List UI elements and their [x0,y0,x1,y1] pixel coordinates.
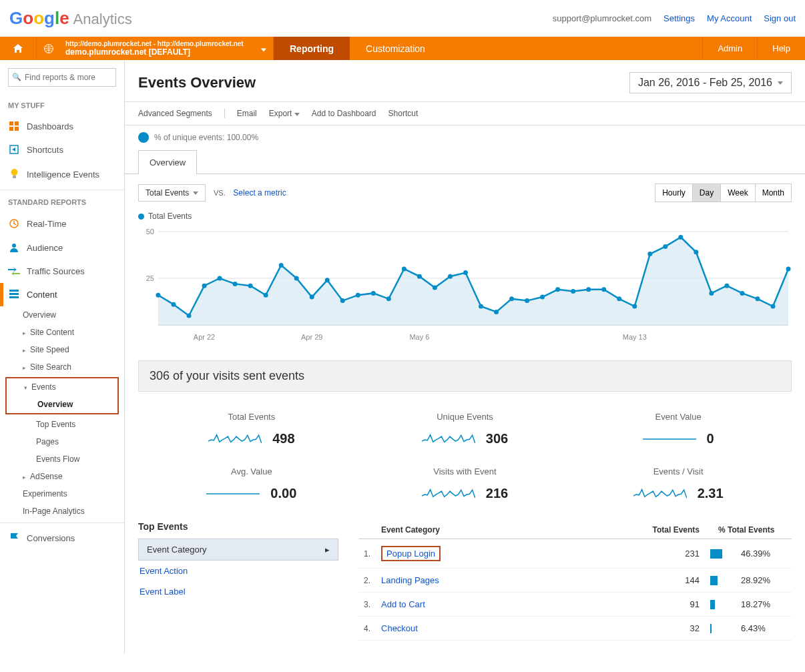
sidebar-item-intelligence[interactable]: Intelligence Events [0,161,124,187]
sidebar-item-audience[interactable]: Audience [0,236,124,260]
event-category-link[interactable]: Popup Login [386,549,435,559]
property-selector[interactable]: http://demo.plumrocket.net - http://demo… [60,37,274,60]
svg-point-53 [694,250,698,254]
sidebar-item-label: Conversions [27,533,75,543]
sidebar-sub-experiments[interactable]: Experiments [0,485,124,502]
sidebar-sub-site-speed[interactable]: Site Speed [0,341,124,358]
svg-point-22 [218,276,222,281]
metric-label: Total Events [152,412,352,422]
sidebar-sub-site-search[interactable]: Site Search [0,358,124,376]
nav-tab-customization[interactable]: Customization [350,37,441,60]
event-category-link[interactable]: Landing Pages [381,575,439,585]
svg-point-46 [586,287,591,292]
date-range-picker[interactable]: Jan 26, 2016 - Feb 25, 2016 [629,72,792,93]
tab-bar: Overview [125,149,805,174]
svg-text:Apr 22: Apr 22 [194,333,215,341]
svg-point-6 [11,169,17,176]
metric-label: Visits with Event [365,466,565,476]
settings-link[interactable]: Settings [663,13,695,23]
nav-home-button[interactable] [0,37,37,60]
bulb-icon [8,168,20,180]
pct-bar [710,624,736,633]
metric-value: 0 [707,431,714,446]
svg-point-42 [525,298,529,303]
metric-cell: Visits with Event 216 [365,466,565,501]
toolbar-add-dashboard[interactable]: Add to Dashboard [312,109,376,118]
sidebar-sub2-top-events[interactable]: Top Events [0,416,124,433]
sidebar-sub2-events-flow[interactable]: Events Flow [0,450,124,468]
dim-link-event-action[interactable]: Event Action [138,561,338,581]
toolbar-export[interactable]: Export [269,109,300,118]
nav-tab-reporting[interactable]: Reporting [274,37,350,60]
sidebar-sub-adsense[interactable]: AdSense [0,468,124,485]
tab-overview[interactable]: Overview [138,150,197,174]
svg-point-49 [632,304,637,309]
row-pct: 18.27% [741,599,770,609]
sidebar-item-conversions[interactable]: Conversions [0,526,124,550]
sidebar-sub-inpage[interactable]: In-Page Analytics [0,502,124,520]
metric-label: Events / Visit [578,466,778,476]
svg-point-9 [12,244,16,248]
svg-point-51 [663,244,667,249]
svg-point-25 [264,293,268,298]
table-row: 1. Popup Login 231 46.39% [358,539,792,569]
svg-point-55 [724,284,729,288]
event-category-link[interactable]: Add to Cart [381,599,425,609]
sidebar-sub-site-content[interactable]: Site Content [0,324,124,341]
row-total: 144 [556,569,705,593]
col-event-category: Event Category [376,521,556,539]
toolbar-shortcut[interactable]: Shortcut [388,109,419,118]
row-pct: 46.39% [741,549,770,559]
toolbar-email[interactable]: Email [237,109,257,118]
metrics-grid: Total Events 498 Unique Events 306 Event… [125,392,805,521]
sidebar-item-label: Dashboards [27,121,73,131]
metric-cell: Events / Visit 2.31 [578,466,778,501]
row-total: 231 [556,539,705,569]
svg-rect-12 [9,296,19,298]
sidebar-item-dashboards[interactable]: Dashboards [0,115,124,138]
sidebar-sub-overview[interactable]: Overview [0,306,124,324]
sidebar-sub2-pages[interactable]: Pages [0,433,124,450]
chevron-down-icon [261,43,266,53]
toolbar-adv-segments[interactable]: Advanced Segments [138,109,212,118]
property-name: demo.plumrocket.net [DEFAULT] [65,47,268,57]
chevron-down-icon [778,81,783,85]
gran-button-day[interactable]: Day [692,184,720,202]
svg-rect-4 [15,127,19,131]
sign-out-link[interactable]: Sign out [764,13,796,23]
metric-value: 2.31 [698,486,724,501]
svg-point-29 [325,278,330,282]
nav-help-button[interactable]: Help [757,37,805,60]
metric-label: Unique Events [365,412,565,422]
row-index: 4. [358,617,376,641]
sidebar-item-content[interactable]: Content [0,283,124,306]
search-input[interactable] [8,68,116,87]
sparkline [643,432,696,446]
table-row: 3. Add to Cart 91 18.27% [358,593,792,617]
home-icon [13,43,23,54]
sidebar-sub2-events-overview[interactable]: Overview [7,396,117,413]
event-category-link[interactable]: Checkout [381,623,418,633]
gran-button-week[interactable]: Week [720,184,754,202]
select-metric-link[interactable]: Select a metric [233,188,286,198]
metric-selector[interactable]: Total Events [138,184,206,202]
my-account-link[interactable]: My Account [707,13,752,23]
sparkline [422,486,475,501]
metric-cell: Total Events 498 [152,412,352,446]
dim-link-event-label[interactable]: Event Label [138,581,338,602]
primary-dimension-selector[interactable]: Event Category ▸ [138,539,338,561]
svg-point-33 [386,296,391,301]
sidebar-heading-standard: STANDARD REPORTS [0,193,124,212]
vs-label: VS. [214,189,226,197]
metric-value: 498 [272,431,294,446]
sidebar-item-shortcuts[interactable]: Shortcuts [0,138,124,161]
sidebar-sub-events[interactable]: Events [7,378,117,396]
gran-button-month[interactable]: Month [755,184,791,202]
sidebar-item-realtime[interactable]: Real-Time [0,212,124,236]
svg-rect-7 [13,176,16,178]
nav-admin-button[interactable]: Admin [702,37,757,60]
nav-bar: http://demo.plumrocket.net - http://demo… [0,37,805,60]
sidebar-item-traffic[interactable]: Traffic Sources [0,260,124,283]
gran-button-hourly[interactable]: Hourly [655,184,692,202]
sparkline [633,486,687,501]
